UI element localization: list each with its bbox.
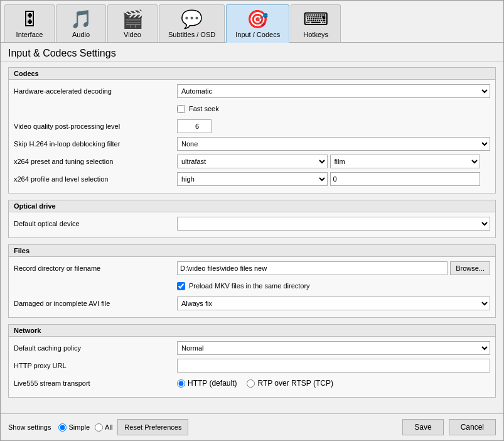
tab-input-label: Input / Codecs <box>235 31 280 38</box>
hotkeys-icon: ⌨ <box>303 9 328 30</box>
tab-video[interactable]: 🎬 Video <box>107 4 158 42</box>
preload-mkv-text: Preload MKV files in the same directory <box>189 282 310 290</box>
optical-device-select[interactable] <box>177 217 490 231</box>
hw-decoding-label: Hardware-accelerated decoding <box>14 87 177 95</box>
x264-preset-select[interactable]: ultrafast superfast veryfast faster fast… <box>177 155 328 168</box>
video-icon: 🎬 <box>122 9 144 30</box>
hw-decoding-control: Automatic DirectX Video Acceleration (DX… <box>177 84 490 98</box>
hw-decoding-row: Hardware-accelerated decoding Automatic … <box>14 84 490 99</box>
caching-select[interactable]: Normal High latency Low latency Lowest l… <box>177 341 490 355</box>
codecs-section: Codecs Hardware-accelerated decoding Aut… <box>8 67 496 193</box>
tab-subtitles-label: Subtitles / OSD <box>168 31 215 38</box>
all-radio[interactable] <box>95 423 103 432</box>
simple-radio-label[interactable]: Simple <box>58 423 90 432</box>
x264-preset-row: x264 preset and tuning selection ultrafa… <box>14 154 490 169</box>
subtitles-icon: 💬 <box>181 9 203 30</box>
tab-bar: 🎛 Interface 🎵 Audio 🎬 Video 💬 Subtitles … <box>1 1 503 43</box>
fast-seek-control: Fast seek <box>177 105 490 113</box>
tab-input[interactable]: 🎯 Input / Codecs <box>226 4 289 43</box>
preload-mkv-control: Preload MKV files in the same directory <box>177 282 490 290</box>
skip-h264-control: None Non-ref Bidir Non-key All <box>177 137 490 151</box>
save-button[interactable]: Save <box>402 419 443 435</box>
live555-row: Live555 stream transport HTTP (default) … <box>14 376 490 391</box>
record-dir-control: Browse... <box>177 261 490 275</box>
live555-rtp-radio[interactable] <box>247 379 255 388</box>
record-dir-input[interactable] <box>177 261 448 275</box>
optical-device-label: Default optical device <box>14 220 177 227</box>
http-proxy-input[interactable] <box>177 359 490 373</box>
audio-icon: 🎵 <box>70 9 92 30</box>
reset-preferences-button[interactable]: Reset Preferences <box>117 419 188 435</box>
live555-http-option[interactable]: HTTP (default) <box>177 379 237 388</box>
live555-http-radio[interactable] <box>177 379 185 388</box>
tab-audio[interactable]: 🎵 Audio <box>56 4 106 42</box>
tab-subtitles[interactable]: 💬 Subtitles / OSD <box>159 4 225 42</box>
simple-label: Simple <box>68 423 90 431</box>
vq-row: Video quality post-processing level <box>14 119 490 134</box>
browse-button[interactable]: Browse... <box>450 261 490 275</box>
x264-tuning-select[interactable]: film animation grain stillimage fastdeco… <box>330 155 481 168</box>
optical-device-row: Default optical device <box>14 216 490 231</box>
caching-row: Default caching policy Normal High laten… <box>14 340 490 356</box>
files-section: Files Record directory or filename Brows… <box>8 244 496 318</box>
bottom-bar: Show settings Simple All Reset Preferenc… <box>1 413 503 440</box>
page-title: Input & Codecs Settings <box>1 43 503 62</box>
input-icon: 🎯 <box>247 9 269 30</box>
damaged-avi-row: Damaged or incomplete AVI file Always fi… <box>14 296 490 311</box>
preload-mkv-row: Preload MKV files in the same directory <box>14 278 490 293</box>
vq-spinner <box>177 119 212 133</box>
tab-hotkeys[interactable]: ⌨ Hotkeys <box>291 4 341 42</box>
preload-mkv-checkbox-label[interactable]: Preload MKV files in the same directory <box>177 282 310 290</box>
tab-interface-label: Interface <box>16 31 43 38</box>
skip-h264-label: Skip H.264 in-loop deblocking filter <box>14 140 177 148</box>
fast-seek-text: Fast seek <box>189 105 219 112</box>
caching-control: Normal High latency Low latency Lowest l… <box>177 341 490 355</box>
x264-preset-control: ultrafast superfast veryfast faster fast… <box>177 155 490 168</box>
optical-section: Optical drive Default optical device <box>8 200 496 238</box>
x264-profile-select[interactable]: baseline main high high10 high422 high44… <box>177 172 328 186</box>
fast-seek-checkbox[interactable] <box>177 105 185 113</box>
caching-label: Default caching policy <box>14 344 177 352</box>
tab-interface[interactable]: 🎛 Interface <box>4 4 55 42</box>
preload-mkv-checkbox[interactable] <box>177 282 185 290</box>
network-section: Network Default caching policy Normal Hi… <box>8 324 496 398</box>
vq-control <box>177 119 490 133</box>
record-dir-label: Record directory or filename <box>14 264 177 272</box>
optical-device-control <box>177 217 490 231</box>
fast-seek-checkbox-label[interactable]: Fast seek <box>177 105 219 113</box>
codecs-section-title: Codecs <box>9 68 495 80</box>
simple-radio[interactable] <box>58 423 67 432</box>
live555-rtp-option[interactable]: RTP over RTSP (TCP) <box>247 379 333 388</box>
settings-content: Codecs Hardware-accelerated decoding Aut… <box>1 62 503 413</box>
http-proxy-label: HTTP proxy URL <box>14 362 177 369</box>
optical-section-title: Optical drive <box>9 200 495 212</box>
all-radio-label[interactable]: All <box>95 423 112 432</box>
main-window: 🎛 Interface 🎵 Audio 🎬 Video 💬 Subtitles … <box>0 0 504 441</box>
codecs-section-content: Hardware-accelerated decoding Automatic … <box>9 80 495 193</box>
damaged-avi-select[interactable]: Always fix Ask Never fix <box>177 297 490 310</box>
x264-profile-label: x264 profile and level selection <box>14 175 177 183</box>
record-dir-row: Record directory or filename Browse... <box>14 261 490 276</box>
x264-preset-label: x264 preset and tuning selection <box>14 158 177 165</box>
fast-seek-row: Fast seek <box>14 101 490 116</box>
damaged-avi-control: Always fix Ask Never fix <box>177 297 490 310</box>
files-section-title: Files <box>9 245 495 257</box>
x264-profile-control: baseline main high high10 high422 high44… <box>177 172 490 186</box>
network-section-content: Default caching policy Normal High laten… <box>9 337 495 397</box>
x264-profile-row: x264 profile and level selection baselin… <box>14 172 490 187</box>
tab-audio-label: Audio <box>72 31 90 38</box>
skip-h264-select[interactable]: None Non-ref Bidir Non-key All <box>177 137 490 151</box>
hw-decoding-select[interactable]: Automatic DirectX Video Acceleration (DX… <box>177 84 490 98</box>
vq-input[interactable] <box>177 119 212 133</box>
http-proxy-control <box>177 359 490 373</box>
show-settings-label: Show settings <box>8 423 51 431</box>
http-proxy-row: HTTP proxy URL <box>14 358 490 373</box>
files-section-content: Record directory or filename Browse... P… <box>9 257 495 317</box>
tab-video-label: Video <box>124 31 141 38</box>
cancel-button[interactable]: Cancel <box>449 419 496 435</box>
damaged-avi-label: Damaged or incomplete AVI file <box>14 300 177 307</box>
x264-level-input[interactable] <box>330 172 481 186</box>
vq-label: Video quality post-processing level <box>14 122 177 130</box>
live555-rtp-label: RTP over RTSP (TCP) <box>257 379 333 388</box>
live555-control: HTTP (default) RTP over RTSP (TCP) <box>177 379 490 388</box>
